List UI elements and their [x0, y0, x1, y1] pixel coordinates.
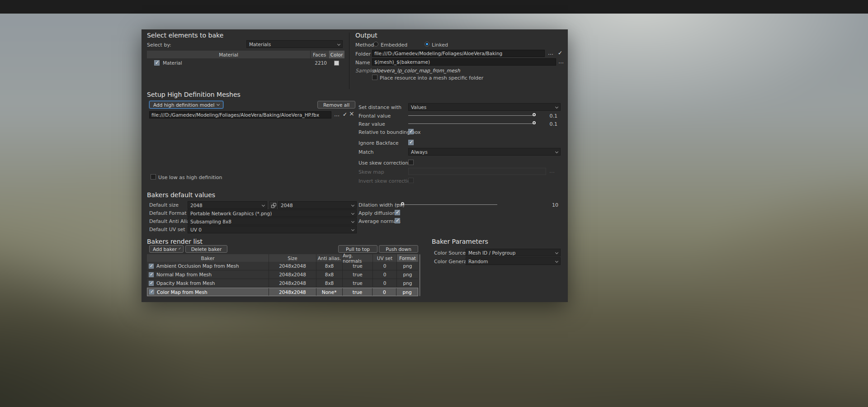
folder-label: Folder: [355, 51, 371, 57]
slider-track: [396, 204, 497, 205]
header-format[interactable]: Format: [397, 254, 418, 262]
skew-correction-checkbox[interactable]: [408, 160, 414, 165]
baker-format: png: [397, 279, 418, 287]
chevron-down-icon: [351, 220, 354, 223]
table-row-selected[interactable]: Color Map from Mesh 2048x2048 None* true…: [147, 288, 418, 296]
remove-all-button[interactable]: Remove all: [317, 101, 355, 109]
hd-file-input[interactable]: file:///D:/Gamedev/Modeling/Foliages/Alo…: [149, 111, 331, 118]
folder-browse-button[interactable]: …: [548, 50, 553, 56]
ignore-backface-checkbox[interactable]: [408, 140, 414, 145]
pull-to-top-button[interactable]: Pull to top: [338, 245, 377, 253]
frontal-value-slider[interactable]: [408, 112, 536, 119]
material-checkbox[interactable]: [154, 60, 160, 66]
slider-track: [408, 123, 536, 124]
add-baker-button[interactable]: Add baker: [149, 245, 184, 253]
default-format-dropdown[interactable]: Portable Network Graphics (*.png): [188, 209, 357, 217]
header-color[interactable]: Color: [329, 51, 344, 58]
set-distance-dropdown[interactable]: Values: [408, 103, 561, 111]
use-low-checkbox[interactable]: [151, 174, 156, 180]
chevron-down-icon: [351, 204, 354, 207]
section-title: Bakers default values: [147, 191, 215, 199]
hd-file-browse-button[interactable]: …: [334, 111, 340, 118]
header-baker[interactable]: Baker: [147, 254, 269, 262]
baker-checkbox[interactable]: [149, 281, 154, 286]
baker-checkbox[interactable]: [149, 264, 154, 269]
baker-avg: true: [343, 288, 373, 296]
header-uv-set[interactable]: UV set: [373, 254, 397, 262]
color-generator-value: Random: [468, 259, 488, 264]
baker-aa: 8x8: [316, 262, 343, 270]
baker-uv: 0: [373, 262, 397, 270]
delete-baker-button[interactable]: Delete baker: [185, 245, 227, 253]
baker-aa: 8x8: [316, 279, 343, 287]
render-list-scrollbar[interactable]: [419, 254, 420, 296]
header-avg-normals[interactable]: Avg. normals: [343, 254, 373, 262]
baker-aa: 8x8: [316, 270, 343, 279]
frontal-value: 0.1: [539, 113, 557, 119]
linked-label[interactable]: Linked: [432, 42, 448, 48]
mesh-folder-checkbox[interactable]: [372, 75, 377, 80]
slider-handle[interactable]: [533, 113, 536, 116]
table-row[interactable]: Material 2210: [147, 59, 344, 67]
baker-name: Ambient Occlusion Map from Mesh: [156, 263, 239, 269]
table-row[interactable]: Opacity Mask from Mesh 2048x2048 8x8 tru…: [147, 279, 418, 288]
average-normals-checkbox[interactable]: [395, 218, 400, 223]
hd-file-confirm-icon[interactable]: ✓: [343, 111, 347, 118]
use-low-label[interactable]: Use low as high definition: [158, 175, 222, 180]
size-link-button[interactable]: [269, 201, 277, 209]
header-size[interactable]: Size: [269, 254, 316, 262]
chevron-down-icon: [555, 105, 558, 109]
slider-handle[interactable]: [533, 121, 536, 124]
baker-uv: 0: [373, 270, 397, 279]
default-size-height-dropdown[interactable]: 2048: [278, 201, 357, 209]
match-label: Match: [359, 149, 374, 155]
baker-size: 2048x2048: [269, 262, 316, 270]
default-size-label: Default size: [149, 202, 179, 208]
mesh-folder-label[interactable]: Place resource into a mesh specific fold…: [380, 75, 483, 81]
push-down-button[interactable]: Push down: [379, 245, 418, 253]
top-window-bar: [0, 0, 868, 14]
section-title: Select elements to bake: [147, 32, 223, 39]
frontal-value-label: Frontal value: [359, 113, 391, 119]
slider-handle[interactable]: [401, 202, 404, 205]
linked-radio[interactable]: [425, 42, 429, 47]
header-anti-alias[interactable]: Anti alias.: [316, 254, 343, 262]
add-hd-model-button[interactable]: Add high definition model: [149, 101, 223, 109]
color-generator-dropdown[interactable]: Random: [466, 257, 561, 265]
hd-file-remove-icon[interactable]: ×: [349, 110, 354, 117]
default-aa-dropdown[interactable]: Subsampling 8x8: [188, 218, 357, 225]
match-value: Always: [411, 149, 428, 155]
default-uv-dropdown[interactable]: UV 0: [188, 226, 357, 233]
header-material[interactable]: Material: [147, 51, 311, 58]
name-input[interactable]: $(mesh)_$(bakername): [372, 58, 556, 66]
color-swatch[interactable]: [334, 61, 339, 66]
folder-confirm-icon[interactable]: ✓: [558, 50, 562, 56]
rear-value-slider[interactable]: [408, 120, 536, 127]
select-by-label: Select by:: [147, 42, 171, 48]
name-browse-button[interactable]: …: [558, 58, 564, 65]
folder-input[interactable]: file:///D:/Gamedev/Modeling/Foliages/Alo…: [372, 50, 545, 57]
default-size-width-dropdown[interactable]: 2048: [188, 201, 267, 209]
skew-map-input: [408, 168, 546, 175]
color-source-dropdown[interactable]: Mesh ID / Polygroup: [466, 249, 561, 256]
header-faces[interactable]: Faces: [311, 51, 329, 58]
dilation-slider[interactable]: [396, 201, 497, 208]
render-list-table: Baker Size Anti alias. Avg. normals UV s…: [147, 254, 418, 296]
link-icon: [270, 202, 276, 208]
select-by-dropdown[interactable]: Materials: [246, 40, 343, 48]
render-list-header: Baker Size Anti alias. Avg. normals UV s…: [147, 254, 418, 262]
apply-diffusion-checkbox[interactable]: [395, 210, 400, 215]
baker-size: 2048x2048: [269, 270, 316, 279]
table-row[interactable]: Ambient Occlusion Map from Mesh 2048x204…: [147, 262, 418, 270]
table-row[interactable]: Normal Map from Mesh 2048x2048 8x8 true …: [147, 270, 418, 279]
embedded-radio[interactable]: [373, 42, 378, 47]
baker-checkbox[interactable]: [149, 272, 154, 277]
relative-bbox-checkbox[interactable]: [408, 129, 414, 134]
baker-format: png: [396, 288, 418, 296]
add-baker-label: Add baker: [153, 246, 177, 252]
match-dropdown[interactable]: Always: [408, 148, 561, 156]
embedded-label[interactable]: Embedded: [381, 42, 407, 48]
color-source-label: Color Source: [434, 250, 466, 256]
baker-checkbox[interactable]: [149, 289, 154, 294]
format-value: Portable Network Graphics (*.png): [190, 211, 272, 216]
